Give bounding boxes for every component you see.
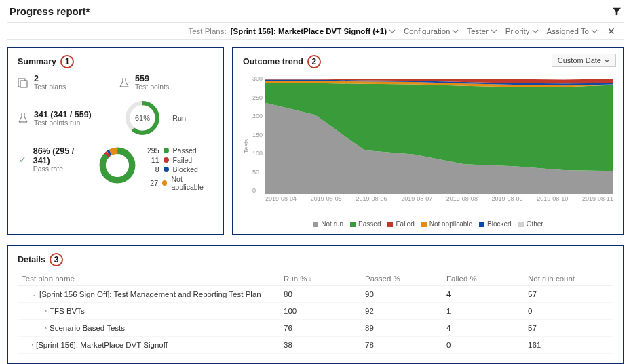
summary-panel: Summary 1 2 Test plans <box>7 47 224 235</box>
legend-label: Not applicable <box>171 175 213 191</box>
summary-step-badge: 1 <box>60 55 74 68</box>
outcome-donut <box>98 146 136 184</box>
tester-filter[interactable]: Tester <box>467 27 497 35</box>
table-row[interactable]: ⌄[Sprint 156 Sign Off]: Test Management … <box>18 286 613 303</box>
cell-run: 80 <box>284 290 365 298</box>
chevron-down-icon <box>452 28 459 35</box>
check-icon: ✓ <box>18 155 28 165</box>
trend-panel: Outcome trend 2 Custom Date Tests 300250… <box>232 47 624 235</box>
cell-run: 100 <box>284 307 365 315</box>
legend-sq-na <box>421 222 427 227</box>
test-points-label: Test points <box>135 83 169 91</box>
col-name-header[interactable]: Test plan name <box>22 275 284 283</box>
date-range-label: Custom Date <box>558 56 601 64</box>
x-axis-ticks: 2019-08-042019-08-052019-08-062019-08-07… <box>265 194 613 202</box>
priority-label: Priority <box>505 27 530 35</box>
cell-failed: 4 <box>446 290 528 298</box>
test-points-stat: 559 Test points <box>119 74 213 91</box>
table-row[interactable]: ›[Sprint 156]: MarketPlace DVT Signoff38… <box>18 337 613 354</box>
chevron-right-icon[interactable]: › <box>45 308 47 315</box>
legend-count: 27 <box>146 179 159 187</box>
date-range-button[interactable]: Custom Date <box>552 54 616 67</box>
priority-filter[interactable]: Priority <box>505 27 539 35</box>
details-panel: Details 3 Test plan name Run %↓ Passed %… <box>7 245 624 364</box>
col-passed-header[interactable]: Passed % <box>365 275 446 283</box>
testplan-icon <box>18 77 28 88</box>
legend-dot-na <box>162 180 167 186</box>
legend-sq-blocked <box>479 222 484 227</box>
col-notrun-header[interactable]: Not run count <box>528 275 609 283</box>
legend-count: 8 <box>146 165 159 174</box>
y-axis-ticks: 300250200150100500 <box>250 75 265 194</box>
test-plans-label: Test plans <box>34 83 66 91</box>
legend-sq-failed <box>387 222 393 227</box>
col-run-header[interactable]: Run %↓ <box>284 275 365 283</box>
row-name: TFS BVTs <box>50 307 85 315</box>
chevron-down-icon <box>389 28 396 35</box>
y-axis-label: Tests <box>243 75 250 216</box>
test-plans-filter[interactable]: [Sprint 156]: MarketPlace DVT Signoff (+… <box>231 27 396 35</box>
cell-failed: 4 <box>446 324 528 332</box>
run-label: Test points run <box>34 119 92 127</box>
trend-step-badge: 2 <box>307 55 321 68</box>
cell-notrun: 0 <box>528 307 609 315</box>
legend-count: 295 <box>146 146 159 155</box>
legend-dot-failed <box>164 157 169 163</box>
pass-value: 86% (295 / 341) <box>33 146 89 165</box>
tester-label: Tester <box>467 27 488 35</box>
row-name: [Sprint 156]: MarketPlace DVT Signoff <box>36 341 168 349</box>
flask-icon <box>119 77 130 88</box>
cell-run: 38 <box>284 341 365 349</box>
legend-dot-passed <box>164 148 169 153</box>
test-plans-stat: 2 Test plans <box>18 74 112 91</box>
plans-value: [Sprint 156]: MarketPlace DVT Signoff (+… <box>231 27 387 35</box>
cell-passed: 89 <box>365 324 446 332</box>
assignedto-label: Assigned To <box>547 27 589 35</box>
cell-passed: 92 <box>365 307 446 315</box>
table-row[interactable]: ›TFS BVTs1009210 <box>18 303 613 320</box>
chevron-right-icon[interactable]: › <box>45 325 47 331</box>
filter-icon[interactable] <box>612 7 622 16</box>
legend-sq-other <box>518 222 524 227</box>
trend-legend: Not run Passed Failed Not applicable Blo… <box>243 220 613 228</box>
legend-label: Blocked <box>173 165 198 174</box>
summary-title: Summary <box>18 57 56 66</box>
chevron-right-icon[interactable]: › <box>31 342 33 348</box>
legend-count: 11 <box>146 156 159 164</box>
run-value: 341 (341 / 559) <box>34 110 92 119</box>
svg-rect-1 <box>20 81 27 87</box>
cell-notrun: 57 <box>528 324 609 332</box>
plans-label: Test Plans: <box>188 27 226 35</box>
legend-sq-passed <box>350 222 356 227</box>
cell-notrun: 57 <box>528 290 609 298</box>
row-name: Scenario Based Tests <box>50 324 125 332</box>
details-step-badge: 3 <box>50 253 63 266</box>
run-donut: 61% <box>123 99 161 137</box>
legend-label: Failed <box>173 156 193 164</box>
details-table: Test plan name Run %↓ Passed % Failed % … <box>18 272 613 354</box>
table-row[interactable]: ›Scenario Based Tests7689457 <box>18 320 613 337</box>
col-failed-header[interactable]: Failed % <box>446 275 528 283</box>
legend-sq-notrun <box>313 222 318 227</box>
outcome-legend: 295Passed 11Failed 8Blocked 27Not applic… <box>146 146 213 193</box>
test-plans-value: 2 <box>34 74 66 83</box>
run-stat: 341 (341 / 559) Test points run <box>18 110 113 127</box>
pass-rate-stat: ✓ 86% (295 / 341) Pass rate <box>18 146 89 173</box>
page-title: Progress report* <box>9 5 90 17</box>
legend-dot-blocked <box>164 167 169 172</box>
chevron-down-icon <box>604 58 610 64</box>
run-word: Run <box>172 114 186 122</box>
configuration-label: Configuration <box>404 27 450 35</box>
chevron-down-icon <box>532 28 539 35</box>
trend-chart: 2019-08-042019-08-052019-08-062019-08-07… <box>265 75 613 216</box>
assignedto-filter[interactable]: Assigned To <box>547 27 598 35</box>
chevron-down-icon <box>491 28 497 35</box>
chevron-down-icon[interactable]: ⌄ <box>31 291 37 298</box>
configuration-filter[interactable]: Configuration <box>404 27 459 35</box>
clear-filters-button[interactable]: ✕ <box>606 26 617 37</box>
legend-label: Passed <box>173 146 197 155</box>
cell-notrun: 161 <box>528 341 609 349</box>
cell-run: 76 <box>284 324 365 332</box>
sort-desc-icon: ↓ <box>309 275 312 283</box>
svg-point-8 <box>108 156 127 175</box>
